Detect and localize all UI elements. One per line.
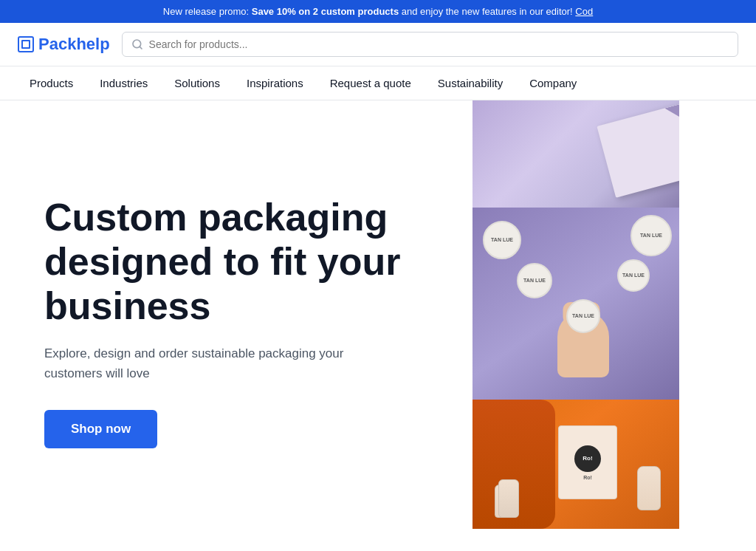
- promo-banner: New release promo: Save 10% on 2 custom …: [0, 0, 756, 23]
- hand-area: TAN LUE: [495, 281, 672, 377]
- logo[interactable]: Packhelp: [18, 35, 110, 54]
- hero-title: Custom packaging designed to fit your bu…: [44, 196, 428, 328]
- product-box-text: Ro!: [583, 475, 592, 480]
- hero-images: TAN LUE TAN LUE TAN LUE TAN LUE TAN LUE: [472, 100, 679, 529]
- sticker-1: TAN LUE: [483, 221, 521, 259]
- hero-image-bot-inner: Ro! Ro!: [472, 400, 679, 529]
- hero-image-mid: TAN LUE TAN LUE TAN LUE TAN LUE TAN LUE: [472, 208, 679, 400]
- nav-item-products[interactable]: Products: [18, 66, 85, 100]
- hero-image-top: [472, 100, 679, 208]
- header: Packhelp: [0, 23, 756, 66]
- hero-section: Custom packaging designed to fit your bu…: [0, 100, 472, 529]
- nav-item-inspirations[interactable]: Inspirations: [235, 66, 315, 100]
- product-can-left: [498, 479, 519, 518]
- product-logo-circle: Ro!: [574, 445, 601, 472]
- promo-link[interactable]: Cod: [575, 6, 593, 17]
- main-nav: Products Industries Solutions Inspiratio…: [0, 66, 756, 100]
- shop-now-button[interactable]: Shop now: [44, 410, 157, 448]
- nav-item-sustainability[interactable]: Sustainability: [426, 66, 515, 100]
- nav-item-industries[interactable]: Industries: [88, 66, 159, 100]
- hero-subtitle: Explore, design and order sustainable pa…: [44, 343, 362, 383]
- nav-item-request-quote[interactable]: Request a quote: [318, 66, 423, 100]
- nav-item-company[interactable]: Company: [518, 66, 588, 100]
- search-bar: [122, 32, 738, 57]
- sticker-5: TAN LUE: [566, 299, 600, 333]
- product-box: Ro! Ro!: [558, 425, 617, 499]
- sticker-2: TAN LUE: [630, 215, 672, 256]
- promo-text-prefix: New release promo:: [163, 6, 252, 17]
- paper-visual: [597, 103, 679, 197]
- hero-image-mid-inner: TAN LUE TAN LUE TAN LUE TAN LUE TAN LUE: [472, 208, 679, 400]
- search-icon: [131, 38, 143, 50]
- main-content: Custom packaging designed to fit your bu…: [0, 100, 756, 529]
- svg-line-1: [140, 47, 142, 49]
- promo-text-suffix: and enjoy the new features in our editor…: [399, 6, 575, 17]
- logo-icon: [18, 36, 34, 52]
- hero-image-top-inner: [472, 100, 679, 208]
- product-can-tall: [637, 466, 661, 510]
- search-input[interactable]: [149, 38, 729, 50]
- promo-text-bold: Save 10% on 2 custom products: [252, 6, 399, 17]
- nav-item-solutions[interactable]: Solutions: [162, 66, 232, 100]
- hero-image-bot: Ro! Ro!: [472, 400, 679, 529]
- sticker-group: TAN LUE TAN LUE TAN LUE TAN LUE TAN LUE: [472, 208, 679, 400]
- logo-text: Packhelp: [38, 35, 110, 54]
